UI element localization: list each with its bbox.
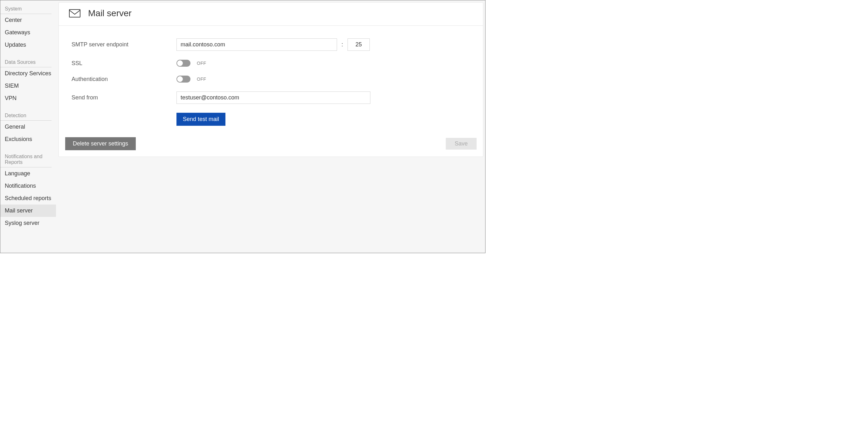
sidebar-item-scheduled-reports[interactable]: Scheduled reports bbox=[0, 192, 56, 205]
sidebar-item-updates[interactable]: Updates bbox=[0, 39, 56, 51]
auth-toggle[interactable] bbox=[177, 76, 190, 82]
row-send-test: Send test mail bbox=[177, 113, 473, 126]
sidebar-item-siem[interactable]: SIEM bbox=[0, 80, 56, 92]
ssl-toggle-knob bbox=[177, 60, 183, 66]
sidebar-item-gateways[interactable]: Gateways bbox=[0, 26, 56, 39]
label-send-from: Send from bbox=[71, 94, 177, 101]
smtp-port-input[interactable] bbox=[347, 38, 370, 51]
mail-icon bbox=[69, 9, 81, 18]
smtp-host-input[interactable] bbox=[177, 38, 337, 51]
send-from-input[interactable] bbox=[177, 92, 370, 104]
sidebar-item-center[interactable]: Center bbox=[0, 14, 56, 26]
main-content: Mail server SMTP server endpoint : SSL bbox=[56, 0, 485, 253]
svg-rect-0 bbox=[69, 9, 80, 17]
sidebar-group-system: System bbox=[0, 4, 52, 14]
sidebar-group-notifications-reports: Notifications and Reports bbox=[0, 152, 52, 167]
label-authentication: Authentication bbox=[71, 76, 177, 82]
auth-toggle-knob bbox=[177, 76, 183, 82]
card-body: SMTP server endpoint : SSL OFF bbox=[59, 26, 483, 132]
row-smtp-endpoint: SMTP server endpoint : bbox=[71, 38, 473, 51]
ssl-toggle-state: OFF bbox=[197, 61, 206, 66]
label-smtp-endpoint: SMTP server endpoint bbox=[71, 41, 177, 48]
sidebar-item-notifications[interactable]: Notifications bbox=[0, 180, 56, 192]
send-test-mail-button[interactable]: Send test mail bbox=[177, 113, 225, 126]
sidebar-item-syslog-server[interactable]: Syslog server bbox=[0, 217, 56, 229]
app-window: System Center Gateways Updates Data Sour… bbox=[0, 0, 486, 253]
sidebar-group-data-sources: Data Sources bbox=[0, 58, 52, 67]
save-button: Save bbox=[446, 138, 476, 149]
row-send-from: Send from bbox=[71, 92, 473, 104]
mail-server-card: Mail server SMTP server endpoint : SSL bbox=[59, 2, 483, 157]
sidebar: System Center Gateways Updates Data Sour… bbox=[0, 0, 56, 253]
page-title: Mail server bbox=[88, 8, 132, 19]
sidebar-group-detection: Detection bbox=[0, 111, 52, 121]
sidebar-item-language[interactable]: Language bbox=[0, 167, 56, 180]
label-ssl: SSL bbox=[71, 60, 177, 67]
auth-toggle-state: OFF bbox=[197, 76, 206, 81]
sidebar-item-exclusions[interactable]: Exclusions bbox=[0, 133, 56, 145]
ssl-toggle[interactable] bbox=[177, 60, 190, 67]
card-footer: Delete server settings Save bbox=[59, 132, 483, 157]
delete-server-settings-button[interactable]: Delete server settings bbox=[65, 137, 136, 150]
sidebar-item-general[interactable]: General bbox=[0, 121, 56, 133]
row-ssl: SSL OFF bbox=[71, 60, 473, 67]
card-header: Mail server bbox=[59, 3, 483, 26]
sidebar-item-mail-server[interactable]: Mail server bbox=[0, 205, 56, 217]
sidebar-item-vpn[interactable]: VPN bbox=[0, 92, 56, 104]
row-authentication: Authentication OFF bbox=[71, 76, 473, 82]
sidebar-item-directory-services[interactable]: Directory Services bbox=[0, 67, 56, 80]
host-port-separator: : bbox=[341, 41, 343, 48]
